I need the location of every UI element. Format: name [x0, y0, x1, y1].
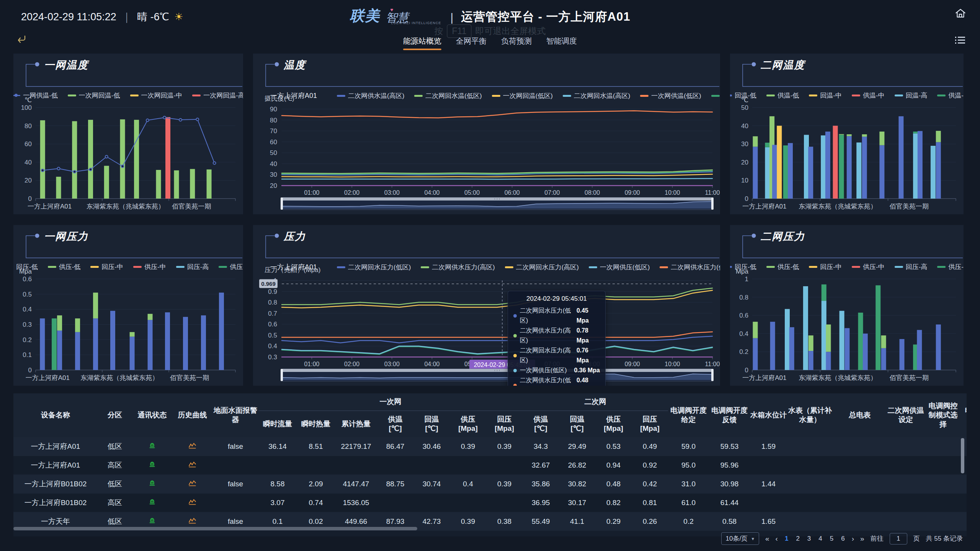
- legend-item[interactable]: 供温-低: [766, 91, 799, 100]
- legend-item[interactable]: 供压-高: [219, 262, 243, 271]
- history-curve-icon: [188, 442, 196, 449]
- table-cell: [833, 474, 887, 493]
- table-cell: 35.86: [523, 474, 559, 493]
- page-number-3[interactable]: 3: [807, 535, 812, 543]
- chart-legend: 回温-低供温-低回温-中供温-中回温-高供温-高: [730, 91, 964, 100]
- legend-item[interactable]: 回压-中: [90, 262, 123, 271]
- svg-text:60: 60: [270, 139, 277, 146]
- bar-chart[interactable]: 020406080100℃一方上河府A01东湖紫东苑（兆城紫东苑）佰官美苑一期: [13, 54, 243, 214]
- table-cell: 34.3: [523, 437, 559, 456]
- legend-item[interactable]: 供压-低: [48, 262, 81, 271]
- table-cell: 41.1: [559, 512, 595, 531]
- legend-item[interactable]: 供压-高: [937, 262, 964, 271]
- svg-text:07:00: 07:00: [544, 189, 560, 196]
- legend-item[interactable]: 二次网供水温(高区): [337, 91, 404, 100]
- table-row[interactable]: 一方上河府B01B02高区3.070.741536.0536.9530.170.…: [13, 493, 967, 512]
- table-cell: 61.44: [709, 493, 750, 512]
- return-icon[interactable]: [16, 34, 27, 46]
- legend-item[interactable]: 回温-高: [895, 91, 928, 100]
- svg-text:佰官美苑一期: 佰官美苑一期: [889, 374, 929, 381]
- table-cell: 1.65: [750, 512, 787, 531]
- home-icon[interactable]: [954, 7, 967, 21]
- tab-2[interactable]: 负荷预测: [501, 36, 532, 49]
- legend-item[interactable]: 二次网供水压力(高区): [421, 263, 495, 272]
- line-chart[interactable]: 2030405060708090摄氏度(℃)01:0002:0003:0004:…: [253, 54, 720, 214]
- table-row[interactable]: 一方上河府B01B02低区false8.582.094147.4788.7530…: [13, 474, 967, 493]
- horizontal-scrollbar[interactable]: [13, 527, 417, 530]
- dashboard-screen: 2024-02-29 11:05:22 ｜ 晴 -6℃ ☀ 联美 智慧♥ LUE…: [0, 0, 980, 551]
- history-curve-icon: [188, 517, 196, 524]
- table-cell: [961, 474, 967, 493]
- table-header-cell: 分区: [98, 393, 132, 437]
- comm-status-icon: [149, 499, 155, 505]
- table-cell: 0.58: [709, 512, 750, 531]
- svg-text:80: 80: [24, 122, 32, 130]
- legend-item[interactable]: 回压-低: [730, 262, 756, 271]
- last-page-button[interactable]: »: [860, 535, 864, 543]
- prev-page-button[interactable]: ‹: [776, 535, 778, 543]
- legend-item[interactable]: 一次网回温-高: [192, 91, 243, 100]
- legend-item[interactable]: 供温-中: [852, 91, 885, 100]
- legend-item[interactable]: 一次网回温-低: [68, 91, 120, 100]
- legend-item[interactable]: 回温-低: [730, 91, 756, 100]
- table-row[interactable]: 一方上河府A01低区false36.148.5122179.1786.4730.…: [13, 437, 967, 456]
- svg-text:0.1: 0.1: [23, 351, 32, 359]
- table-cell: [961, 493, 967, 512]
- next-page-button[interactable]: ›: [852, 535, 854, 543]
- legend-item[interactable]: 回温-中: [809, 91, 842, 100]
- legend-item[interactable]: 供温-高: [937, 91, 964, 100]
- first-page-button[interactable]: «: [765, 535, 769, 543]
- legend-item[interactable]: 一次网回温-中: [130, 91, 183, 100]
- legend-item[interactable]: 回压-中: [809, 262, 842, 271]
- table-cell: 30.98: [709, 474, 750, 493]
- vertical-scrollbar[interactable]: [961, 438, 964, 473]
- legend-item[interactable]: 一次网供压(低区): [589, 263, 650, 272]
- legend-item[interactable]: 二次网回水温(低区): [414, 91, 482, 100]
- table-cell: [212, 493, 258, 512]
- svg-text:04:00: 04:00: [424, 189, 439, 196]
- svg-text:佰官美苑一期: 佰官美苑一期: [170, 374, 209, 381]
- legend-item[interactable]: 二次网回水压力(高区): [505, 263, 579, 272]
- page-number-5[interactable]: 5: [829, 535, 834, 543]
- table-cell: 26.82: [559, 456, 595, 474]
- legend-item[interactable]: 回压-高: [895, 262, 928, 271]
- svg-text:0.4: 0.4: [23, 306, 32, 313]
- svg-text:0.8: 0.8: [268, 299, 277, 306]
- table-cell: [833, 493, 887, 512]
- table-cell: 0.26: [632, 512, 668, 531]
- legend-item[interactable]: 二次网回水温(高区): [563, 91, 630, 100]
- legend-item[interactable]: 一网供温-低: [13, 91, 58, 100]
- legend-item[interactable]: 回压-高: [176, 262, 209, 271]
- page-size-select[interactable]: 10条/页▼: [721, 532, 759, 545]
- tab-3[interactable]: 智能调度: [546, 36, 577, 49]
- legend-item[interactable]: 供压-中: [852, 262, 885, 271]
- tab-1[interactable]: 全网平衡: [456, 36, 487, 49]
- page-number-6[interactable]: 6: [840, 535, 845, 543]
- svg-text:11:00: 11:00: [705, 361, 720, 367]
- legend-item[interactable]: 二次网供水压力(低区): [660, 263, 720, 272]
- page-number-1[interactable]: 1: [784, 535, 789, 543]
- tooltip-row: 二次网回水压力(高区)0.76 Mpa: [513, 346, 600, 365]
- table-cell: 0.48: [595, 474, 632, 493]
- panel-title: 一网压力: [44, 230, 88, 243]
- line-chart[interactable]: 0.30.40.50.60.70.80.91压力（兆帕）(Mpa)01:0002…: [253, 225, 720, 386]
- table-cell: [750, 456, 787, 474]
- tab-0[interactable]: 能源站概览: [403, 36, 441, 49]
- legend-item[interactable]: 二次网回水压力(低区): [337, 263, 411, 272]
- legend-item[interactable]: 供压-中: [133, 262, 166, 271]
- legend-item[interactable]: 一次网回温(低区): [492, 91, 553, 100]
- bar-chart[interactable]: 00.20.40.60.81Mpa一方上河府A01东湖紫东苑（兆城紫东苑）佰官美…: [730, 225, 964, 386]
- page-number-2[interactable]: 2: [795, 535, 800, 543]
- table-row[interactable]: 一方上河府A01高区32.6726.820.940.9295.095.96: [13, 456, 967, 474]
- list-icon[interactable]: [955, 36, 965, 46]
- svg-text:东湖紫东苑（兆城紫东苑）: 东湖紫东苑（兆城紫东苑）: [80, 374, 158, 381]
- bar-chart[interactable]: 00.10.20.30.40.50.6Mpa一方上河府A01东湖紫东苑（兆城紫东…: [13, 225, 243, 386]
- table-cell: 61.0: [668, 493, 709, 512]
- legend-item[interactable]: 二次网供水温(低区): [711, 91, 720, 100]
- page-number-4[interactable]: 4: [818, 535, 823, 543]
- goto-page-input[interactable]: 1: [890, 533, 907, 544]
- bar-chart[interactable]: 01020304050℃一方上河府A01东湖紫东苑（兆城紫东苑）佰官美苑一期: [730, 54, 964, 214]
- legend-item[interactable]: 供压-低: [766, 262, 799, 271]
- legend-item[interactable]: 回压-低: [13, 262, 38, 271]
- legend-item[interactable]: 一次网供温(低区): [640, 91, 701, 100]
